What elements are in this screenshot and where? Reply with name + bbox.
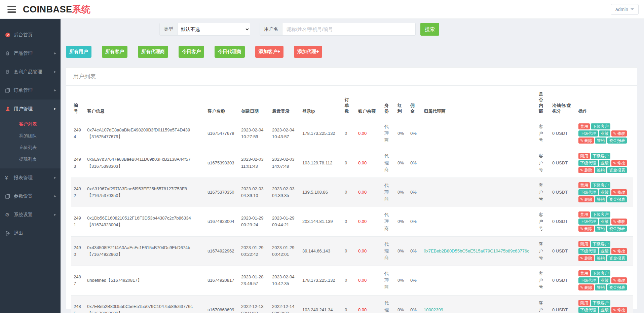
funds-report-button[interactable]: 资金报表 (607, 226, 627, 232)
cell-identity: 代理商 (382, 207, 395, 236)
search-button[interactable]: 搜索 (420, 23, 439, 36)
sign-button[interactable]: 签约 (595, 226, 606, 232)
sidebar-item-reports[interactable]: ¥报表管理 (0, 168, 61, 187)
funds-report-button[interactable]: 资金报表 (607, 284, 627, 290)
edit-button[interactable]: 修改 (611, 219, 627, 225)
performance-button[interactable]: 业绩 (599, 189, 610, 195)
delete-button[interactable]: 删除 (578, 284, 594, 290)
sidebar-subitem-recharge-list[interactable]: 充值列表 (0, 142, 61, 153)
add-customer-button[interactable]: 添加客户+ (255, 46, 283, 58)
sidebar-item-orders[interactable]: 订单管理 (0, 81, 61, 100)
sign-button[interactable]: 签约 (595, 284, 606, 290)
performance-button[interactable]: 业绩 (599, 277, 610, 283)
cell-identity: 代理商 (382, 178, 395, 207)
sub-agents-button[interactable]: 下级代理 (578, 160, 598, 166)
funds-report-button[interactable]: 资金报表 (607, 255, 627, 261)
sidebar-item-arbitrage-products[interactable]: 套利产品管理 (0, 63, 61, 81)
sub-agents-button[interactable]: 下级代理 (578, 248, 598, 254)
edit-button[interactable]: 修改 (611, 160, 627, 166)
cell-commission: 0% (408, 236, 421, 266)
sub-customers-button[interactable]: 下级客户 (591, 211, 610, 218)
sub-agents-button[interactable]: 下级代理 (578, 307, 598, 313)
cell-internal: 客户号 (536, 148, 550, 178)
funds-report-button[interactable]: 资金报表 (607, 167, 627, 173)
ban-button[interactable]: 禁用 (578, 211, 590, 218)
cell-created: 2023-01-2823:46:57 (238, 266, 269, 295)
delete-button[interactable]: 删除 (578, 196, 594, 202)
quick-actions-bar: 所有用户所有客户所有代理商今日客户今日代理商添加客户+添加代理+ (66, 46, 637, 58)
ban-button[interactable]: 禁用 (578, 270, 590, 276)
funds-report-button[interactable]: 资金报表 (607, 196, 627, 202)
sub-customers-button[interactable]: 下级客户 (591, 153, 610, 159)
delete-button[interactable]: 删除 (578, 138, 594, 144)
user-icon (5, 106, 14, 112)
type-select[interactable]: 默认不选 (178, 23, 250, 35)
edit-button[interactable]: 修改 (611, 277, 627, 283)
hamburger-icon[interactable] (7, 6, 16, 13)
sign-button[interactable]: 签约 (595, 196, 606, 202)
all-customers-button[interactable]: 所有客户 (102, 46, 127, 58)
cell-id: 2485 (71, 295, 84, 313)
ban-button[interactable]: 禁用 (578, 300, 590, 306)
agent-link[interactable]: 10002399 (424, 307, 443, 312)
delete-button[interactable]: 删除 (578, 255, 594, 261)
edit-button[interactable]: 修改 (611, 248, 627, 254)
sidebar-item-system[interactable]: ⚙系统设置 (0, 205, 61, 224)
ban-button[interactable]: 禁用 (578, 123, 590, 129)
sidebar-item-logout[interactable]: 退出 (0, 224, 61, 242)
cell-internal: 客户号 (536, 207, 550, 236)
sub-customers-button[interactable]: 下级客户 (591, 123, 610, 129)
sub-customers-button[interactable]: 下级客户 (591, 270, 610, 276)
cell-agent (421, 119, 536, 148)
sidebar-subitem-my-team[interactable]: 我的团队 (0, 130, 61, 142)
funds-report-button[interactable]: 资金报表 (607, 138, 627, 144)
ban-button[interactable]: 禁用 (578, 153, 590, 159)
sub-customers-button[interactable]: 下级客户 (591, 182, 610, 188)
delete-button[interactable]: 删除 (578, 226, 594, 232)
cell-agent (421, 207, 536, 236)
edit-button[interactable]: 修改 (611, 130, 627, 136)
sidebar-subitem-withdraw-list[interactable]: 提现列表 (0, 153, 61, 165)
sidebar-item-products[interactable]: 产品管理 (0, 44, 61, 63)
table-row: 2487undefined【51674920817】u1674920817202… (71, 266, 633, 295)
agent-link[interactable]: 0x7EBeb2B80D55bC5eE515a079C10475b89c6377… (424, 248, 529, 253)
today-customers-button[interactable]: 今日客户 (179, 46, 204, 58)
sidebar-item-users[interactable]: 用户管理 (0, 100, 61, 118)
performance-button[interactable]: 业绩 (599, 130, 610, 136)
sign-button[interactable]: 签约 (595, 138, 606, 144)
column-header-id: 编号 (71, 90, 84, 119)
ban-button[interactable]: 禁用 (578, 241, 590, 247)
sub-agents-button[interactable]: 下级代理 (578, 189, 598, 195)
edit-button[interactable]: 修改 (611, 189, 627, 195)
sub-customers-button[interactable]: 下级客户 (591, 241, 610, 247)
performance-button[interactable]: 业绩 (599, 307, 610, 313)
all-agents-button[interactable]: 所有代理商 (138, 46, 168, 58)
sub-agents-button[interactable]: 下级代理 (578, 277, 598, 283)
sidebar-subitem-customer-list[interactable]: 客户列表 (0, 118, 61, 130)
sub-agents-button[interactable]: 下级代理 (578, 219, 598, 225)
all-users-button[interactable]: 所有用户 (66, 46, 91, 58)
performance-button[interactable]: 业绩 (599, 219, 610, 225)
sub-agents-button[interactable]: 下级代理 (578, 130, 598, 136)
cell-created: 2023-01-2900:22:42 (238, 236, 269, 266)
today-agents-button[interactable]: 今日代理商 (215, 46, 245, 58)
sign-button[interactable]: 签约 (595, 167, 606, 173)
column-header-agent: 归属代理商 (421, 90, 536, 119)
admin-user-menu[interactable]: admin (611, 4, 639, 15)
performance-button[interactable]: 业绩 (599, 160, 610, 166)
cell-agent (421, 178, 536, 207)
performance-button[interactable]: 业绩 (599, 248, 610, 254)
sub-customers-button[interactable]: 下级客户 (591, 300, 610, 306)
add-agent-button[interactable]: 添加代理+ (294, 46, 322, 58)
sidebar-item-dashboard[interactable]: 后台首页 (0, 26, 61, 44)
username-input[interactable] (282, 23, 415, 35)
sidebar-item-params[interactable]: 参数设置 (0, 187, 61, 205)
cell-operations: 禁用下级客户下级代理业绩修改删除签约资金报表 (576, 178, 633, 207)
cell-order-count: 0 (342, 295, 355, 313)
delete-button[interactable]: 删除 (578, 167, 594, 173)
edit-button[interactable]: 修改 (611, 307, 627, 313)
ban-button[interactable]: 禁用 (578, 182, 590, 188)
cell-internal: 客户号 (536, 295, 550, 313)
cell-identity: 代理商 (382, 236, 395, 266)
sign-button[interactable]: 签约 (595, 255, 606, 261)
